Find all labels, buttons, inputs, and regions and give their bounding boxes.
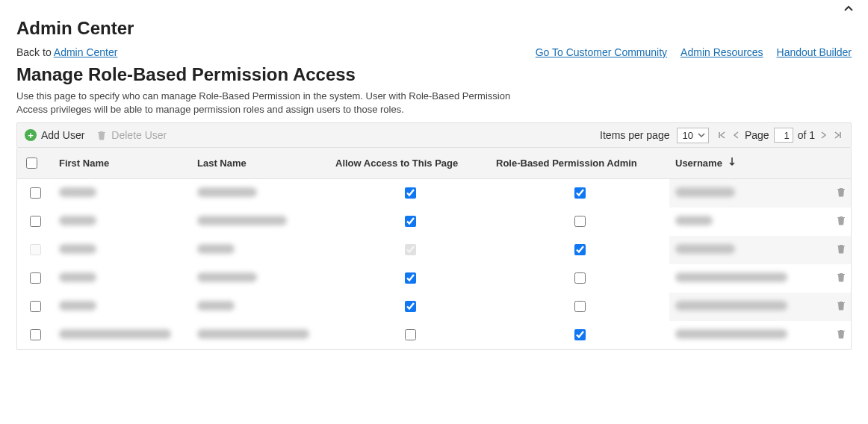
pager-prev[interactable] [731, 130, 740, 140]
pager-page-input[interactable] [774, 128, 793, 143]
items-per-page-label: Items per page [600, 129, 669, 141]
username-value [675, 329, 787, 339]
row-select-checkbox[interactable] [30, 329, 41, 340]
add-user-label: Add User [41, 129, 84, 141]
breadcrumb: Back to Admin Center [16, 46, 117, 58]
col-username-label: Username [675, 158, 722, 169]
row-select-checkbox[interactable] [30, 187, 41, 199]
add-user-button[interactable]: + Add User [25, 129, 84, 141]
rbp-admin-checkbox[interactable] [574, 329, 586, 340]
trash-icon [96, 130, 107, 140]
allow-access-checkbox[interactable] [405, 329, 416, 340]
last-name-value [197, 244, 235, 254]
allow-access-checkbox [405, 244, 416, 255]
table-row [17, 236, 852, 264]
rbp-admin-checkbox[interactable] [574, 272, 586, 284]
username-value [675, 244, 735, 254]
toolbar: + Add User Delete User Items per page 10 [16, 122, 852, 148]
rbp-admin-checkbox[interactable] [574, 216, 586, 227]
rbp-admin-checkbox[interactable] [574, 187, 586, 199]
pager-page-label: Page [745, 129, 769, 141]
delete-row-button[interactable] [836, 273, 846, 284]
col-allow-access[interactable]: Allow Access to This Page [329, 148, 490, 179]
row-select-checkbox[interactable] [30, 216, 41, 227]
row-select-checkbox [30, 244, 41, 255]
first-name-value [59, 216, 96, 225]
plus-circle-icon: + [25, 129, 37, 141]
first-name-value [59, 301, 96, 311]
table-row [17, 293, 852, 321]
delete-user-button: Delete User [96, 129, 167, 141]
delete-user-label: Delete User [111, 129, 167, 141]
col-last-name[interactable]: Last Name [191, 148, 329, 179]
page-title: Admin Center [16, 18, 852, 39]
first-name-value [59, 329, 171, 339]
row-select-checkbox[interactable] [30, 272, 41, 284]
section-description: Use this page to specify who can manage … [16, 90, 524, 116]
delete-row-button[interactable] [836, 216, 846, 228]
pager-of-label: of 1 [798, 129, 815, 141]
last-name-value [197, 301, 235, 311]
allow-access-checkbox[interactable] [405, 272, 416, 284]
col-username[interactable]: Username [669, 148, 826, 179]
rbp-admin-checkbox[interactable] [574, 301, 586, 312]
link-admin-resources[interactable]: Admin Resources [681, 46, 763, 58]
username-value [675, 216, 713, 225]
table-row [17, 208, 852, 236]
delete-row-button[interactable] [836, 245, 846, 256]
rbp-admin-checkbox[interactable] [574, 244, 586, 255]
permissions-table: First Name Last Name Allow Access to Thi… [17, 148, 852, 349]
back-prefix: Back to [16, 46, 54, 58]
first-name-value [59, 272, 96, 282]
last-name-value [197, 272, 257, 282]
username-value [675, 187, 735, 197]
allow-access-checkbox[interactable] [405, 301, 416, 312]
table-row [17, 321, 852, 349]
col-first-name[interactable]: First Name [53, 148, 191, 179]
row-select-checkbox[interactable] [30, 301, 41, 312]
select-all-checkbox[interactable] [26, 158, 37, 169]
table-row [17, 179, 852, 208]
username-value [675, 301, 787, 311]
pager-first[interactable] [716, 130, 727, 140]
items-per-page-select[interactable]: 10 [677, 128, 708, 143]
last-name-value [197, 216, 287, 225]
table-row [17, 264, 852, 293]
last-name-value [197, 329, 309, 339]
allow-access-checkbox[interactable] [405, 216, 416, 227]
first-name-value [59, 187, 96, 197]
back-link[interactable]: Admin Center [54, 46, 118, 58]
delete-row-button[interactable] [836, 302, 846, 313]
last-name-value [197, 187, 257, 197]
pager-next[interactable] [819, 130, 828, 140]
link-customer-community[interactable]: Go To Customer Community [536, 46, 667, 58]
allow-access-checkbox[interactable] [405, 187, 416, 199]
delete-row-button[interactable] [836, 330, 846, 341]
sort-descending-icon [728, 158, 736, 169]
col-rbp-admin[interactable]: Role-Based Permission Admin [490, 148, 669, 179]
collapse-toggle[interactable] [843, 3, 855, 17]
username-value [675, 272, 787, 282]
section-title: Manage Role-Based Permission Access [16, 64, 852, 85]
link-handout-builder[interactable]: Handout Builder [777, 46, 852, 58]
first-name-value [59, 244, 96, 254]
pager-last[interactable] [833, 130, 843, 140]
delete-row-button[interactable] [836, 188, 846, 199]
